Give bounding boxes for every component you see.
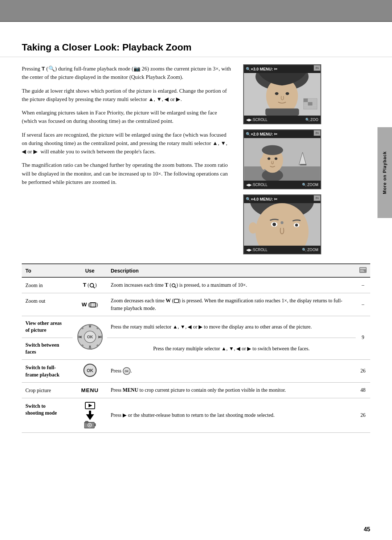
bottom-left-1: ◀▶:SCROLL <box>246 118 268 122</box>
svg-rect-11 <box>308 102 313 106</box>
face-svg-2 <box>244 138 320 181</box>
face-svg-1 <box>244 73 320 116</box>
svg-point-4 <box>286 92 289 95</box>
cam-body-3 <box>244 203 320 246</box>
cell-desc-view-other: Press the rotary multi selector ▲, ▼, ◀ … <box>107 316 356 338</box>
svg-text:OK: OK <box>87 335 93 339</box>
paragraph-5: The magnification ratio can be changed f… <box>22 161 232 186</box>
dial-icon: OK ▲ ▼ ◀ ▶ <box>77 324 103 350</box>
page-title: Taking a Closer Look: Playback Zoom <box>0 22 392 57</box>
col-header-use: Use <box>73 264 107 277</box>
camera-screen-1: 🔍×3.0 MENU: ✂ IN <box>243 64 321 124</box>
bottom-left-3: ◀▶:SCROLL <box>246 248 268 252</box>
images-column: 🔍×3.0 MENU: ✂ IN <box>243 64 323 254</box>
svg-rect-8 <box>308 98 313 102</box>
menu-symbol: MENU <box>81 387 98 393</box>
cam-bottom-bar-1: ◀▶:SCROLL 🔍:ZOO <box>244 116 320 124</box>
svg-point-31 <box>281 221 283 224</box>
svg-rect-12 <box>313 102 317 106</box>
cell-ref-shoot-mode: 26 <box>356 398 370 432</box>
svg-rect-10 <box>303 102 308 106</box>
wide-icon-inline <box>174 299 179 303</box>
camera-icon <box>84 421 96 429</box>
cam-bottom-bar-3: ◀▶:SCROLL 🔍:ZOOM <box>244 246 320 254</box>
header-bar <box>0 0 392 22</box>
t-symbol: T <box>42 65 45 72</box>
svg-point-52 <box>97 327 99 329</box>
cell-desc-zoom-out: Zoom decreases each time W () is pressed… <box>107 293 356 316</box>
svg-rect-37 <box>360 271 364 272</box>
svg-marker-67 <box>86 411 94 420</box>
svg-rect-9 <box>313 98 317 102</box>
cell-desc-zoom-in: Zoom increases each time T () is pressed… <box>107 277 356 293</box>
svg-point-22 <box>262 145 283 155</box>
cell-to-view-other: View other areasof picture <box>22 316 73 338</box>
table-row-full-frame: Switch to full-frame playback OK Press O… <box>22 359 370 382</box>
svg-rect-7 <box>303 98 308 102</box>
cell-ref-full-frame: 26 <box>356 359 370 382</box>
cell-ref-crop: 48 <box>356 382 370 398</box>
svg-point-28 <box>249 222 257 234</box>
cell-ref-dial: 9 <box>356 316 370 359</box>
svg-line-41 <box>175 287 176 288</box>
sidebar-label: More on Playback <box>382 151 387 194</box>
ok-inline-icon: OK <box>123 367 131 375</box>
down-arrow-icon <box>85 410 95 420</box>
cell-use-full-frame: OK <box>73 359 107 382</box>
camera-screen-3: 🔍×4.0 MENU: ✂ IN <box>243 194 321 254</box>
cell-use-shoot-mode <box>73 398 107 432</box>
svg-rect-14 <box>308 106 313 109</box>
page-container: Taking a Closer Look: Playback Zoom Pres… <box>0 0 392 540</box>
svg-line-39 <box>93 287 95 288</box>
camera-screen-2: 🔍×2.0 MENU: ✂ IN <box>243 129 321 189</box>
in-badge-3: IN <box>314 195 320 201</box>
cell-to-zoom-out: Zoom out <box>22 293 73 316</box>
page-ref-icon: 📷 <box>134 66 140 72</box>
svg-rect-35 <box>360 268 366 269</box>
cell-to-full-frame: Switch to full-frame playback <box>22 359 73 382</box>
table-row-view-other: View other areasof picture <box>22 316 370 338</box>
ok-button-icon: OK <box>83 363 97 377</box>
svg-marker-66 <box>89 404 92 407</box>
zoom-label-2: 🔍×2.0 MENU: ✂ <box>246 132 277 137</box>
in-badge-1: IN <box>314 65 320 71</box>
cell-to-switch-faces: Switch betweenfaces <box>22 338 73 359</box>
cam-bottom-bar-2: ◀▶:SCROLL 🔍:ZOOM <box>244 181 320 189</box>
svg-rect-70 <box>85 421 88 423</box>
svg-point-23 <box>268 157 270 160</box>
cell-desc-crop: Press MENU to crop current picture to co… <box>107 382 356 398</box>
bottom-right-2: 🔍:ZOOM <box>302 183 318 187</box>
cell-use-crop: MENU <box>73 382 107 398</box>
table-header-row: To Use Description <box>22 264 370 277</box>
cam-toolbar-1: 🔍×3.0 MENU: ✂ IN <box>244 65 320 73</box>
col-header-to: To <box>22 264 73 277</box>
w-symbol-table: W <box>82 301 87 307</box>
svg-point-40 <box>172 284 175 287</box>
paragraph-3: When enlarging pictures taken in Face Pr… <box>22 109 232 126</box>
paragraph-1: Pressing T (🔍) during full-frame playbac… <box>22 64 232 82</box>
svg-rect-45 <box>174 299 179 303</box>
page-number: 45 <box>364 526 370 533</box>
svg-point-72 <box>89 424 90 426</box>
table-row-crop: Crop picture MENU Press MENU to crop cur… <box>22 382 370 398</box>
svg-text:OK: OK <box>87 368 93 373</box>
svg-point-33 <box>295 224 298 227</box>
svg-rect-36 <box>360 270 364 271</box>
svg-point-3 <box>275 92 279 95</box>
magnify-symbol: 🔍 <box>48 66 55 72</box>
cell-desc-switch-faces: Press the rotary multiple selector ▲, ▼,… <box>107 338 356 359</box>
cam-body-2 <box>244 138 320 181</box>
paragraph-2: The guide at lower right shows which por… <box>22 87 232 104</box>
cell-use-dial: OK ▲ ▼ ◀ ▶ <box>73 316 107 359</box>
text-column: Pressing T (🔍) during full-frame playbac… <box>22 64 232 254</box>
table-row-zoom-in: Zoom in T () Zoom increases each time T … <box>22 277 370 293</box>
svg-text:▶: ▶ <box>98 335 101 339</box>
shoot-icons-wrapper <box>76 402 103 429</box>
svg-rect-13 <box>303 106 308 109</box>
cam-body-1 <box>244 73 320 116</box>
table-wrapper: To Use Description Z <box>0 263 392 433</box>
svg-rect-69 <box>94 423 96 426</box>
cell-to-shoot-mode: Switch toshooting mode <box>22 398 73 432</box>
cell-to-crop: Crop picture <box>22 382 73 398</box>
svg-text:▲: ▲ <box>88 324 92 328</box>
